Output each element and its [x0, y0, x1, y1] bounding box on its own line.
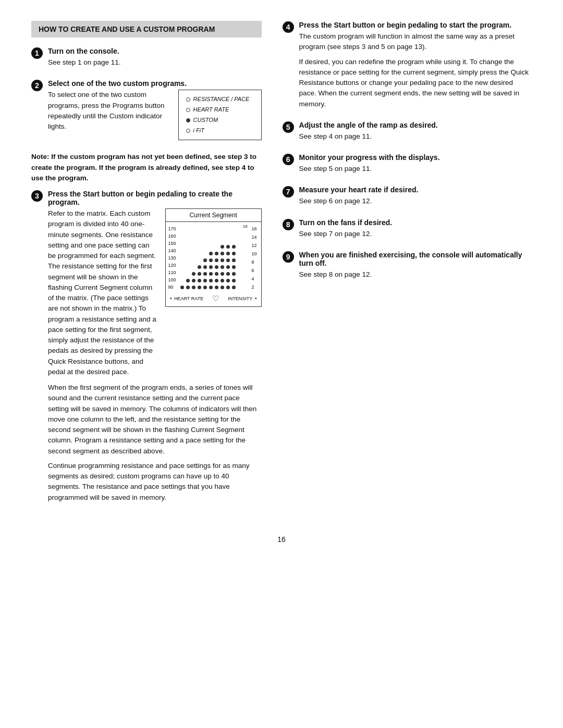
indicator-ifit — [186, 129, 190, 133]
indicator-row-3: CUSTOM — [186, 115, 254, 126]
step-3-title: Press the Start button or begin pedaling… — [48, 190, 262, 206]
step-5-title: Adjust the angle of the ramp as desired. — [299, 121, 532, 129]
matrix-body: 170 160 150 140 130 120 110 100 90 — [166, 222, 261, 292]
step-2-content: Select one of the two custom programs. T… — [48, 79, 262, 144]
matrix-footer-intensity: INTENSITY ⚬ — [228, 296, 258, 301]
page-number: 16 — [31, 535, 532, 544]
step-2-title: Select one of the two custom programs. — [48, 79, 262, 88]
indicator-heart-rate-label: HEART RATE — [193, 105, 229, 115]
matrix-grid-area: 16 — [178, 224, 251, 292]
matrix-header: Current Segment — [166, 209, 261, 222]
step-8-title: Turn on the fans if desired. — [299, 218, 532, 227]
step-3-number: 3 — [31, 190, 43, 202]
step-4: 4 Press the Start button or begin pedali… — [283, 21, 532, 114]
matrix-scale-left: 170 160 150 140 130 120 110 100 90 — [166, 224, 178, 292]
step-9-body: See step 8 on page 12. — [299, 269, 532, 280]
step-8-body: See step 7 on page 12. — [299, 229, 532, 239]
indicator-resistance-pace — [186, 97, 190, 102]
step-8-content: Turn on the fans if desired. See step 7 … — [299, 218, 532, 243]
section-title: HOW TO CREATE AND USE A CUSTOM PROGRAM — [39, 25, 215, 33]
step-9-number: 9 — [283, 251, 294, 263]
step-2: 2 Select one of the two custom programs.… — [31, 79, 262, 144]
indicator-custom — [186, 118, 190, 122]
matrix-col-header: 16 — [178, 224, 251, 229]
step-3-body1-text: Refer to the matrix. Each custom program… — [48, 209, 156, 376]
matrix-dots — [178, 230, 251, 290]
step-4-body: The custom program will function in almo… — [299, 31, 532, 109]
step-1-body: See step 1 on page 11. — [48, 57, 262, 68]
step-6: 6 Monitor your progress with the display… — [283, 153, 532, 178]
step-3-body1: Refer to the matrix. Each custom program… — [48, 208, 158, 377]
indicator-ifit-label: i FiT — [193, 126, 204, 136]
step-1-title: Turn on the console. — [48, 47, 262, 55]
left-column: HOW TO CREATE AND USE A CUSTOM PROGRAM 1… — [31, 21, 262, 514]
step-6-content: Monitor your progress with the displays.… — [299, 153, 532, 178]
step-4-title: Press the Start button or begin pedaling… — [299, 21, 532, 29]
step-5-content: Adjust the angle of the ramp as desired.… — [299, 121, 532, 146]
matrix-scale-right: 16 14 12 10 8 6 4 2 — [251, 224, 259, 292]
indicator-custom-label: CUSTOM — [193, 115, 218, 126]
step-1-number: 1 — [31, 47, 43, 59]
step-3: 3 Press the Start button or begin pedali… — [31, 190, 262, 507]
step-1: 1 Turn on the console. See step 1 on pag… — [31, 47, 262, 72]
step-5-body: See step 4 on page 11. — [299, 131, 532, 142]
step-3-body2: When the first segment of the program en… — [48, 382, 262, 503]
right-column: 4 Press the Start button or begin pedali… — [283, 21, 532, 514]
step-9-content: When you are finished exercising, the co… — [299, 251, 532, 284]
step-7-title: Measure your heart rate if desired. — [299, 186, 532, 194]
heart-icon: ♡ — [212, 294, 219, 303]
step-6-number: 6 — [283, 154, 294, 165]
step-3-content: Press the Start button or begin pedaling… — [48, 190, 262, 507]
indicator-row-4: i FiT — [186, 126, 254, 136]
indicator-resistance-pace-label: RESISTANCE / PACE — [193, 94, 250, 105]
step-8-number: 8 — [283, 219, 294, 230]
step-8: 8 Turn on the fans if desired. See step … — [283, 218, 532, 243]
step-7-content: Measure your heart rate if desired. See … — [299, 186, 532, 211]
step-9: 9 When you are finished exercising, the … — [283, 251, 532, 284]
step-7: 7 Measure your heart rate if desired. Se… — [283, 186, 532, 211]
step-4-number: 4 — [283, 21, 294, 33]
section-header: HOW TO CREATE AND USE A CUSTOM PROGRAM — [31, 21, 262, 38]
step-7-body: See step 6 on page 12. — [299, 196, 532, 206]
step-2-number: 2 — [31, 80, 43, 91]
step-1-content: Turn on the console. See step 1 on page … — [48, 47, 262, 72]
step-6-body: See step 5 on page 11. — [299, 164, 532, 174]
step-9-title: When you are finished exercising, the co… — [299, 251, 532, 267]
step-4-content: Press the Start button or begin pedaling… — [299, 21, 532, 114]
step-7-number: 7 — [283, 186, 294, 198]
step-2-body: To select one of the two custom programs… — [48, 90, 171, 132]
matrix-panel: Current Segment 170 160 150 140 130 120 — [165, 208, 262, 307]
note-bold: Note: If the custom program has not yet … — [31, 152, 262, 183]
step-5-number: 5 — [283, 121, 294, 133]
step-5: 5 Adjust the angle of the ramp as desire… — [283, 121, 532, 146]
indicator-row-2: HEART RATE — [186, 105, 254, 115]
indicator-row-1: RESISTANCE / PACE — [186, 94, 254, 105]
programs-panel: RESISTANCE / PACE HEART RATE CUSTOM — [178, 90, 262, 140]
indicator-heart-rate — [186, 108, 190, 112]
page-layout: HOW TO CREATE AND USE A CUSTOM PROGRAM 1… — [31, 21, 532, 544]
matrix-footer-heart-rate: ⚬ HEART RATE — [169, 296, 204, 301]
step-6-title: Monitor your progress with the displays. — [299, 153, 532, 162]
matrix-footer: ⚬ HEART RATE ♡ INTENSITY ⚬ — [166, 292, 261, 303]
